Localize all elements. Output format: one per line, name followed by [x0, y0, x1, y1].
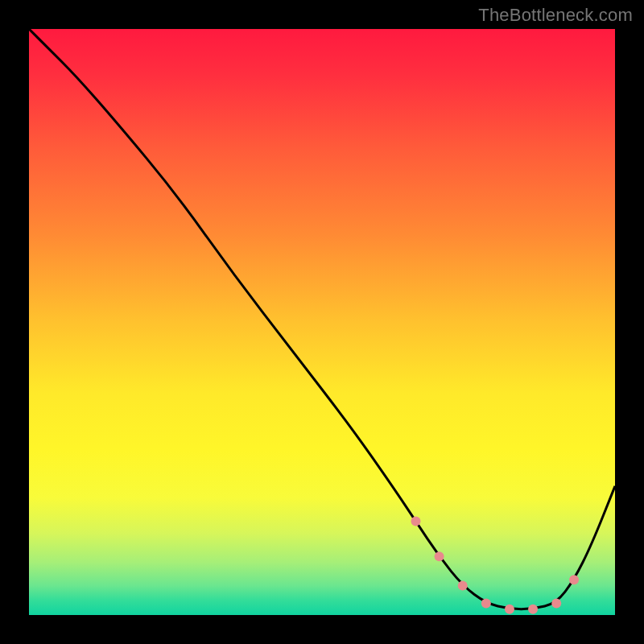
curve-marker: [435, 551, 444, 561]
curve-marker: [481, 598, 491, 608]
curve-marker: [458, 581, 468, 591]
curve-marker: [551, 598, 561, 608]
watermark-text: TheBottleneck.com: [478, 5, 633, 26]
plot-svg: [29, 29, 615, 615]
plot-area: [29, 29, 615, 615]
curve-marker: [505, 605, 514, 614]
chart-stage: TheBottleneck.com: [0, 0, 644, 644]
curve-marker: [569, 575, 579, 584]
gradient-background: [29, 29, 615, 615]
curve-marker: [411, 517, 420, 526]
curve-marker: [528, 605, 538, 614]
